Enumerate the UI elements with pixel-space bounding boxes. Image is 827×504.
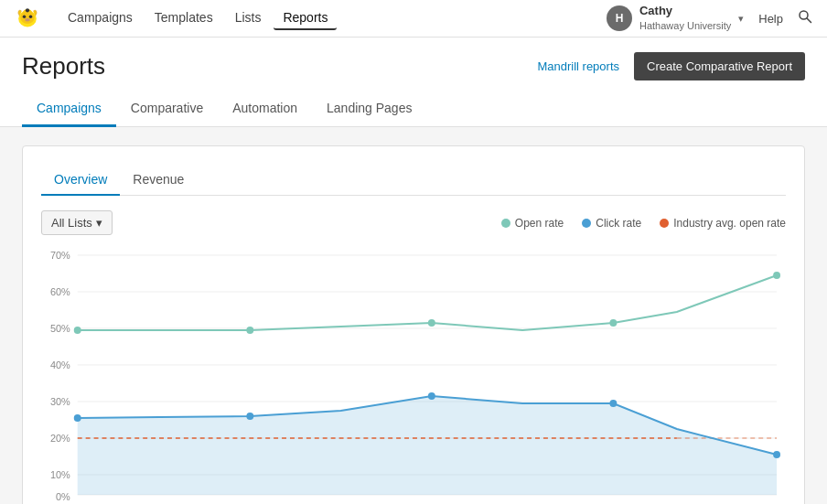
inner-tabs: Overview Revenue xyxy=(41,165,786,196)
click-rate-dot-1 xyxy=(74,414,81,422)
nav-reports[interactable]: Reports xyxy=(274,6,337,30)
svg-text:40%: 40% xyxy=(50,359,70,370)
page-header-top: Reports Mandrill reports Create Comparat… xyxy=(22,52,805,80)
click-rate-dot-2 xyxy=(246,413,253,420)
open-rate-label: Open rate xyxy=(515,217,564,230)
tab-comparative[interactable]: Comparative xyxy=(116,91,218,127)
tab-campaigns[interactable]: Campaigns xyxy=(22,91,116,127)
click-rate-fill xyxy=(78,396,777,495)
tab-landing-pages[interactable]: Landing Pages xyxy=(312,91,426,127)
page-title: Reports xyxy=(22,52,105,80)
click-rate-dot xyxy=(582,219,591,228)
industry-avg-label: Industry avg. open rate xyxy=(673,217,786,230)
chart-legend: Open rate Click rate Industry avg. open … xyxy=(501,217,786,230)
svg-text:20%: 20% xyxy=(50,433,70,444)
chart-svg: 70% 60% 50% 40% 30% 20% 10% 0% xyxy=(41,246,786,502)
nav-templates[interactable]: Templates xyxy=(145,6,222,30)
open-rate-dot-3 xyxy=(428,319,435,327)
primary-tabs: Campaigns Comparative Automation Landing… xyxy=(22,91,805,126)
chevron-down-icon: ▾ xyxy=(96,216,102,230)
svg-text:30%: 30% xyxy=(50,396,70,407)
open-rate-dot-4 xyxy=(609,319,617,327)
legend-industry-avg: Industry avg. open rate xyxy=(660,217,786,230)
svg-text:0%: 0% xyxy=(56,491,70,502)
svg-line-8 xyxy=(807,18,811,23)
svg-point-2 xyxy=(23,15,27,18)
svg-point-6 xyxy=(26,8,29,12)
chart-controls: All Lists ▾ Open rate Click rate Industr… xyxy=(41,210,786,235)
logo[interactable] xyxy=(15,5,40,33)
tab-revenue[interactable]: Revenue xyxy=(120,165,197,196)
all-lists-filter[interactable]: All Lists ▾ xyxy=(41,210,113,235)
industry-avg-dot xyxy=(660,219,669,228)
user-org: Hathaway University xyxy=(639,19,731,32)
help-link[interactable]: Help xyxy=(758,12,783,26)
click-rate-dot-3 xyxy=(428,392,435,400)
page-header: Reports Mandrill reports Create Comparat… xyxy=(0,38,827,127)
click-rate-label: Click rate xyxy=(596,217,641,230)
user-info: Cathy Hathaway University xyxy=(639,4,731,32)
open-rate-line xyxy=(78,275,777,330)
user-name: Cathy xyxy=(639,4,731,19)
user-menu[interactable]: H Cathy Hathaway University ▾ xyxy=(607,4,744,32)
chevron-down-icon: ▾ xyxy=(738,13,744,25)
search-icon[interactable] xyxy=(798,9,812,27)
mandrill-reports-link[interactable]: Mandrill reports xyxy=(537,59,619,73)
nav-campaigns[interactable]: Campaigns xyxy=(59,6,142,30)
open-rate-dot-1 xyxy=(74,327,81,334)
legend-click-rate: Click rate xyxy=(582,217,641,230)
svg-point-3 xyxy=(29,15,33,18)
legend-open-rate: Open rate xyxy=(501,217,564,230)
svg-text:10%: 10% xyxy=(50,469,70,480)
click-rate-dot-5 xyxy=(773,451,780,458)
svg-point-4 xyxy=(25,18,30,22)
create-report-button[interactable]: Create Comparative Report xyxy=(634,52,805,80)
svg-text:50%: 50% xyxy=(50,323,70,334)
nav-lists[interactable]: Lists xyxy=(226,6,271,30)
top-nav: Campaigns Templates Lists Reports H Cath… xyxy=(0,0,827,38)
nav-links: Campaigns Templates Lists Reports xyxy=(59,6,607,30)
report-card: Overview Revenue All Lists ▾ Open rate C… xyxy=(22,145,805,504)
all-lists-label: All Lists xyxy=(51,216,92,230)
svg-text:60%: 60% xyxy=(50,286,70,297)
open-rate-dot-2 xyxy=(246,327,253,334)
page-header-actions: Mandrill reports Create Comparative Repo… xyxy=(537,52,805,80)
svg-text:70%: 70% xyxy=(50,250,70,261)
logo-icon xyxy=(15,5,40,30)
click-rate-dot-4 xyxy=(609,400,617,407)
tab-overview[interactable]: Overview xyxy=(41,165,120,196)
avatar: H xyxy=(607,5,632,31)
chart-area: 70% 60% 50% 40% 30% 20% 10% 0% xyxy=(41,246,786,502)
top-nav-right: H Cathy Hathaway University ▾ Help xyxy=(607,4,812,32)
tab-automation[interactable]: Automation xyxy=(218,91,312,127)
open-rate-dot-5 xyxy=(773,272,780,279)
open-rate-dot xyxy=(501,219,510,228)
main-content: Overview Revenue All Lists ▾ Open rate C… xyxy=(0,127,827,504)
